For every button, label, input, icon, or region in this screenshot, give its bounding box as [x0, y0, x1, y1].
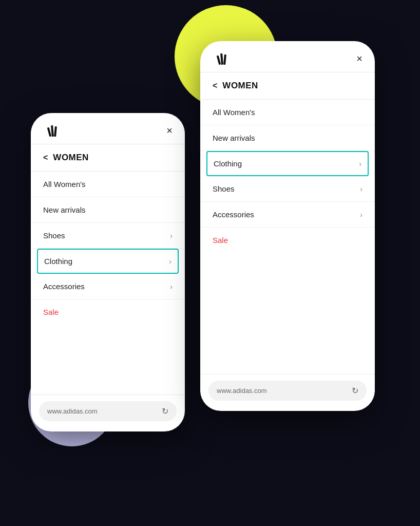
chevron-right-icon: › [359, 160, 361, 168]
nav-item-clothing[interactable]: Clothing › [206, 151, 369, 176]
phone-1-footer: www.adidas.com ↻ [31, 394, 185, 431]
address-bar: www.adidas.com ↻ [208, 381, 367, 401]
svg-rect-6 [223, 54, 226, 65]
phone-2-nav-list: All Women's New arrivals Clothing › Shoe… [200, 100, 375, 253]
svg-rect-5 [220, 53, 223, 65]
chevron-right-icon: › [360, 211, 362, 219]
nav-item-sale[interactable]: Sale [31, 299, 185, 325]
svg-rect-4 [217, 55, 221, 65]
phone-2-footer: www.adidas.com ↻ [200, 374, 375, 411]
chevron-right-icon: › [170, 283, 173, 291]
refresh-icon[interactable]: ↻ [162, 406, 168, 416]
svg-rect-3 [54, 126, 57, 137]
nav-item-accessories[interactable]: Accessories › [31, 274, 185, 299]
phone-2-back-header[interactable]: < WOMEN [200, 72, 375, 100]
section-title: WOMEN [53, 153, 89, 163]
back-arrow-icon: < [213, 81, 217, 90]
phone-1-content: × < WOMEN All Women's New arrivals Shoes [31, 113, 185, 431]
nav-item-clothing[interactable]: Clothing › [37, 249, 179, 274]
phone-2-content: × < WOMEN All Women's New arrivals Cloth… [200, 41, 375, 411]
phone-1-header: × [31, 113, 185, 144]
nav-item-accessories[interactable]: Accessories › [200, 202, 375, 228]
chevron-right-icon: › [169, 257, 171, 266]
close-button[interactable]: × [166, 125, 173, 136]
nav-item-new-arrivals[interactable]: New arrivals [31, 197, 185, 223]
nav-item-shoes[interactable]: Shoes › [31, 223, 185, 249]
nav-item-all-womens[interactable]: All Women's [200, 100, 375, 125]
phone-1: × < WOMEN All Women's New arrivals Shoes [31, 113, 185, 431]
url-text: www.adidas.com [47, 407, 98, 415]
phone-2: × < WOMEN All Women's New arrivals Cloth… [200, 41, 375, 411]
nav-item-sale[interactable]: Sale [200, 228, 375, 253]
address-bar: www.adidas.com ↻ [39, 401, 177, 421]
phone-1-nav-list: All Women's New arrivals Shoes › Clothin… [31, 172, 185, 325]
phone-1-back-header[interactable]: < WOMEN [31, 144, 185, 172]
adidas-logo-icon [43, 123, 62, 138]
nav-item-all-womens[interactable]: All Women's [31, 172, 185, 197]
close-button[interactable]: × [356, 53, 362, 64]
phone-1-nav: < WOMEN All Women's New arrivals Shoes › [31, 144, 185, 394]
phone-2-header: × [200, 41, 375, 72]
chevron-right-icon: › [170, 232, 173, 240]
phone-2-nav: < WOMEN All Women's New arrivals Clothin… [200, 72, 375, 374]
chevron-right-icon: › [360, 185, 362, 193]
adidas-logo-icon [213, 51, 231, 66]
svg-rect-1 [47, 127, 52, 137]
url-text: www.adidas.com [217, 387, 267, 394]
section-title: WOMEN [222, 81, 258, 91]
svg-rect-2 [51, 125, 54, 137]
nav-item-shoes[interactable]: Shoes › [200, 176, 375, 202]
refresh-icon[interactable]: ↻ [352, 386, 358, 396]
nav-item-new-arrivals[interactable]: New arrivals [200, 125, 375, 151]
back-arrow-icon: < [43, 153, 48, 162]
